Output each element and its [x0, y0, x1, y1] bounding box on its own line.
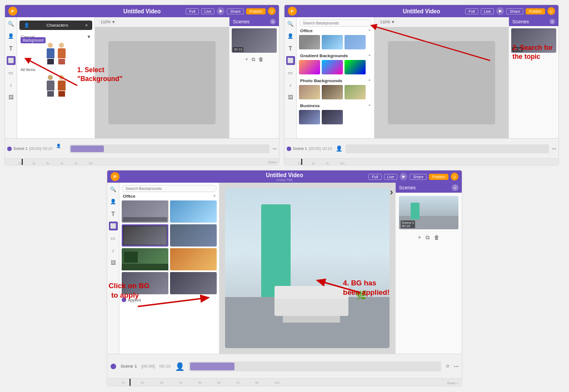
bg-thumb-photo-1[interactable]	[299, 85, 320, 99]
publish-btn-2[interactable]: Publish	[526, 8, 545, 14]
bg-thumb-3-4[interactable]	[170, 224, 217, 247]
bg-thumb-3-1[interactable]	[122, 200, 168, 223]
play-btn-3[interactable]: ▶	[400, 173, 407, 180]
scene-thumb-1[interactable]: 00:10	[232, 28, 277, 53]
scene-thumb-2[interactable]: 00:10	[511, 28, 556, 53]
char-torso-2	[58, 48, 66, 58]
panel-header-close-1[interactable]: ×	[85, 23, 88, 28]
share-btn-3[interactable]: Share	[410, 174, 427, 180]
scene-add-btn-3[interactable]: +	[418, 234, 421, 241]
full-btn-1[interactable]: Full	[186, 8, 198, 14]
grad-thumbs-2	[297, 60, 374, 77]
zoom-2: 110% ▼	[378, 19, 397, 25]
bg-thumb-biz-2[interactable]	[322, 110, 343, 124]
character-3[interactable]	[47, 75, 54, 97]
app-subtitle-3: Untidy Title	[266, 178, 303, 182]
zoom-ruler-1: Zoom	[268, 160, 277, 164]
scene-copy-btn-1[interactable]: ⧉	[252, 57, 255, 63]
char-legs-3	[47, 91, 54, 97]
search-input-2[interactable]	[299, 19, 372, 27]
full-btn-3[interactable]: Full	[368, 174, 381, 180]
share-btn-2[interactable]: Share	[506, 8, 523, 14]
sidebar-music-3[interactable]: ♪	[109, 246, 118, 255]
publish-btn-3[interactable]: Publish	[429, 174, 448, 180]
scene-thumb-3[interactable]: Scene 100:10	[399, 196, 458, 229]
sidebar-shapes-2[interactable]: ▭	[286, 68, 295, 77]
section-grad-2: Gradient Backgrounds +	[297, 52, 374, 60]
full-btn-2[interactable]: Full	[465, 8, 478, 14]
live-btn-3[interactable]: Live	[384, 174, 398, 180]
sidebar-music-1[interactable]: ♪	[7, 81, 16, 89]
sidebar-text-3[interactable]: T	[109, 209, 118, 218]
bg-thumb-office-3[interactable]	[345, 35, 366, 49]
sidebar-bg-1[interactable]: ⬜	[7, 56, 16, 65]
sidebar-search-1[interactable]: 🔍	[7, 19, 16, 28]
bg-grid-3	[119, 200, 219, 294]
bg-thumb-grad-1[interactable]	[299, 60, 320, 74]
sidebar-image-1[interactable]: 🖼	[7, 93, 16, 102]
search-input-3[interactable]	[122, 185, 217, 192]
bg-thumb-3-6[interactable]	[170, 248, 217, 270]
character-4[interactable]	[58, 75, 66, 97]
body-3: 🔍 👤 T ⬜ ▭ ♪ 🖼 Office ×	[107, 183, 462, 354]
sidebar-bg-3[interactable]: ⬜	[109, 222, 118, 230]
ruler-2: 1s 2s 3s 10s	[284, 158, 558, 165]
scene-copy-btn-3[interactable]: ⧉	[426, 234, 430, 241]
scenes-add-3[interactable]: +	[452, 184, 458, 191]
app-title-1: Untitled Video	[123, 8, 161, 14]
app-logo-1: P	[8, 7, 17, 16]
bg-thumb-office-1[interactable]	[299, 35, 320, 49]
live-btn-2[interactable]: Live	[481, 8, 495, 14]
sidebar-image-2[interactable]: 🖼	[286, 93, 295, 102]
top-row: P Untitled Video Full Live ▶ Share Publi…	[0, 0, 569, 168]
play-btn-1[interactable]: ▶	[217, 7, 224, 15]
bg-thumb-3-3[interactable]	[122, 224, 168, 247]
sidebar-music-2[interactable]: ♪	[286, 81, 295, 89]
bg-thumb-biz-1[interactable]	[299, 110, 320, 124]
bg-thumb-3-2[interactable]	[170, 200, 217, 223]
bg-thumb-office-2[interactable]	[322, 35, 343, 49]
scenes-add-2[interactable]: +	[550, 19, 555, 24]
app-title-3: Untitled Video	[266, 172, 303, 178]
bg-thumb-3-7[interactable]	[122, 272, 168, 294]
character-1[interactable]	[47, 43, 54, 64]
sidebar-shapes-3[interactable]: ▭	[109, 234, 118, 243]
bg-thumb-grad-3[interactable]	[345, 60, 366, 74]
sidebar-bg-2[interactable]: ⬜	[286, 56, 295, 65]
sidebar-search-2[interactable]: 🔍	[286, 19, 295, 28]
bg-thumb-3-5[interactable]	[122, 248, 168, 270]
scene-add-btn-1[interactable]: +	[245, 57, 248, 63]
share-btn-1[interactable]: Share	[227, 8, 244, 14]
bg-thumb-3-8[interactable]	[170, 272, 217, 294]
play-btn-2[interactable]: ▶	[496, 7, 504, 15]
sidebar-text-2[interactable]: T	[286, 44, 295, 53]
character-2[interactable]	[58, 43, 66, 64]
live-btn-1[interactable]: Live	[201, 8, 215, 14]
sidebar-search-3[interactable]: 🔍	[109, 185, 118, 194]
sidebar-char-2[interactable]: 👤	[286, 32, 295, 41]
scenes-panel-3: Scenes + Scene 100:10 + ⧉ 🗑	[395, 183, 462, 354]
panel-header-icon-1: 👤	[24, 23, 29, 28]
sidebar-char-3[interactable]: 👤	[109, 197, 118, 206]
bg-thumb-photo-3[interactable]	[345, 85, 366, 99]
body-2: 🔍 👤 T ⬜ ▭ ♪ 🖼 Office +	[284, 17, 558, 138]
header-right-3: Full Live ▶ Share Publish U	[368, 173, 458, 180]
scene-delete-btn-1[interactable]: 🗑	[258, 57, 263, 63]
canvas-expand-3[interactable]: ›	[390, 187, 393, 197]
header-right-2: Full Live ▶ Share Publish U	[465, 7, 555, 15]
bg-thumb-grad-2[interactable]	[322, 60, 343, 74]
app-header-1: P Untitled Video Full Live ▶ Share Publi…	[5, 5, 279, 17]
sidebar-shapes-1[interactable]: ▭	[7, 68, 16, 77]
sidebar-char-1[interactable]: 👤	[7, 32, 16, 41]
scenes-add-1[interactable]: +	[270, 19, 276, 24]
publish-btn-1[interactable]: Publish	[246, 8, 266, 14]
ruler-marker-1	[22, 159, 23, 165]
scene-delete-btn-3[interactable]: 🗑	[434, 234, 440, 241]
timeline-block-1	[71, 145, 104, 152]
sidebar-text-1[interactable]: T	[7, 44, 16, 53]
all-items-1: All Items	[17, 67, 94, 73]
char-head-1	[48, 43, 53, 48]
bg-thumb-photo-2[interactable]	[322, 85, 343, 99]
canvas-toolbar-2: 110% ▼	[375, 17, 508, 27]
sidebar-image-3[interactable]: 🖼	[109, 258, 118, 267]
